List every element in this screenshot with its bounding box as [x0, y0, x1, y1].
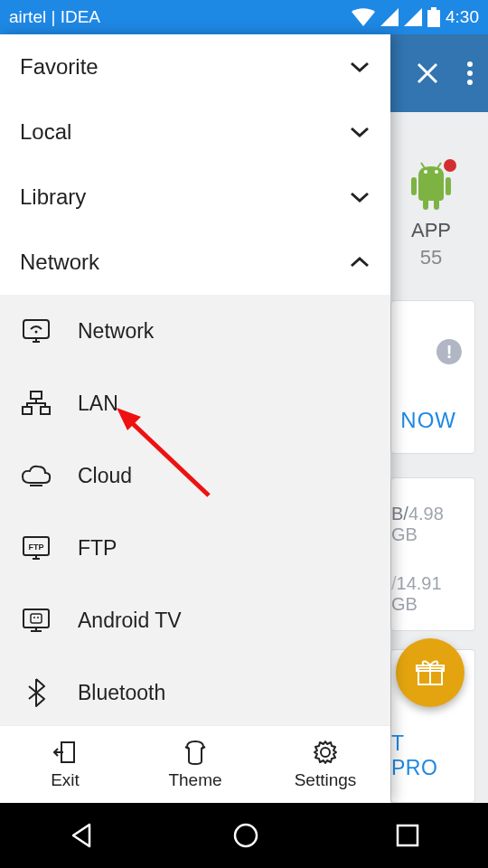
group-label: Network: [20, 250, 99, 275]
signal-icon-2: [404, 8, 422, 26]
svg-rect-34: [61, 742, 74, 762]
svg-rect-8: [434, 199, 439, 210]
exit-button[interactable]: Exit: [0, 726, 130, 803]
item-label: Network: [78, 319, 154, 344]
chevron-down-icon: [349, 126, 371, 138]
svg-rect-22: [41, 407, 50, 414]
signal-icon: [380, 8, 399, 26]
settings-label: Settings: [295, 770, 357, 790]
svg-point-2: [467, 61, 473, 67]
nav-back-icon[interactable]: [68, 821, 97, 850]
status-time: 4:30: [446, 7, 479, 27]
battery-icon: [427, 7, 440, 27]
notification-dot: [444, 159, 456, 172]
analyze-now-button[interactable]: NOW: [400, 408, 456, 433]
svg-rect-20: [31, 392, 42, 399]
settings-icon: [313, 740, 338, 765]
network-item-network[interactable]: Network: [0, 295, 390, 367]
nav-home-icon[interactable]: [231, 821, 260, 850]
svg-rect-5: [411, 177, 417, 195]
settings-button[interactable]: Settings: [260, 726, 390, 803]
svg-line-9: [421, 163, 425, 168]
gift-icon: [415, 657, 446, 688]
svg-point-35: [321, 748, 330, 757]
svg-point-38: [235, 825, 257, 846]
wifi-icon: [352, 8, 375, 26]
storage-line-2: /14.91 GB: [391, 573, 464, 615]
exit-label: Exit: [51, 770, 80, 790]
svg-rect-21: [23, 407, 32, 414]
svg-point-32: [33, 617, 35, 618]
bluetooth-icon: [20, 678, 52, 707]
theme-icon: [182, 740, 209, 765]
chevron-down-icon: [349, 61, 371, 73]
svg-rect-28: [23, 609, 49, 627]
app-tile-label: APP: [390, 219, 472, 242]
svg-line-10: [437, 163, 441, 168]
item-label: FTP: [78, 536, 117, 561]
svg-point-3: [467, 71, 473, 76]
network-item-androidtv[interactable]: Android TV: [0, 584, 390, 656]
network-item-cloud[interactable]: Cloud: [0, 439, 390, 512]
svg-rect-0: [427, 10, 440, 27]
lan-icon: [20, 391, 52, 416]
app-tile-count: 55: [390, 246, 472, 269]
network-icon: [20, 318, 52, 344]
navigation-drawer: Favorite Local Library Network: [0, 34, 390, 803]
more-icon[interactable]: [466, 60, 474, 87]
chevron-up-icon: [349, 256, 371, 269]
close-icon[interactable]: [414, 60, 441, 87]
item-label: LAN: [78, 392, 118, 416]
svg-rect-7: [423, 199, 428, 210]
info-icon: !: [436, 339, 462, 364]
fab-gift[interactable]: [396, 638, 465, 707]
drawer-bottom-bar: Exit Theme Settings: [0, 725, 390, 803]
chevron-down-icon: [349, 191, 371, 203]
network-submenu: Network LAN Cloud FTP: [0, 295, 390, 725]
network-item-lan[interactable]: LAN: [0, 367, 390, 439]
drawer-group-library[interactable]: Library: [0, 165, 390, 230]
card-storage[interactable]: B/4.98 GB /14.91 GB: [390, 477, 475, 631]
drawer-group-network[interactable]: Network: [0, 230, 390, 295]
status-carrier: airtel | IDEA: [9, 7, 100, 27]
storage-line-1: B/4.98 GB: [391, 504, 464, 545]
theme-label: Theme: [168, 770, 221, 790]
theme-button[interactable]: Theme: [130, 726, 260, 803]
drawer-group-favorite[interactable]: Favorite: [0, 34, 390, 99]
card-analyze[interactable]: ! NOW: [390, 300, 475, 454]
svg-point-33: [37, 617, 39, 618]
item-label: Cloud: [78, 464, 132, 488]
item-label: Bluetooth: [78, 681, 165, 705]
item-label: Android TV: [78, 609, 182, 633]
group-label: Local: [20, 119, 71, 145]
network-item-bluetooth[interactable]: Bluetooth: [0, 656, 390, 725]
svg-rect-16: [23, 320, 49, 338]
android-icon: [408, 161, 455, 212]
ftp-icon: FTP: [20, 535, 52, 561]
svg-point-11: [424, 170, 427, 174]
exit-icon: [52, 740, 78, 765]
app-tile[interactable]: APP 55: [390, 161, 472, 269]
nav-recent-icon[interactable]: [395, 823, 420, 848]
svg-point-4: [467, 80, 473, 85]
cloud-icon: [20, 465, 52, 486]
svg-rect-31: [31, 614, 42, 623]
network-item-ftp[interactable]: FTP FTP: [0, 512, 390, 584]
svg-point-12: [435, 170, 438, 174]
svg-point-19: [35, 331, 38, 334]
status-bar: airtel | IDEA 4:30: [0, 0, 488, 34]
group-label: Favorite: [20, 54, 99, 80]
group-label: Library: [20, 184, 86, 210]
svg-text:FTP: FTP: [29, 542, 44, 552]
pro-label: T PRO: [391, 731, 453, 780]
svg-rect-39: [398, 826, 418, 845]
tv-icon: [20, 608, 52, 633]
svg-rect-6: [446, 177, 451, 195]
status-right: 4:30: [352, 7, 479, 27]
android-navbar: [0, 803, 488, 868]
svg-rect-1: [431, 7, 436, 10]
drawer-group-local[interactable]: Local: [0, 99, 390, 165]
